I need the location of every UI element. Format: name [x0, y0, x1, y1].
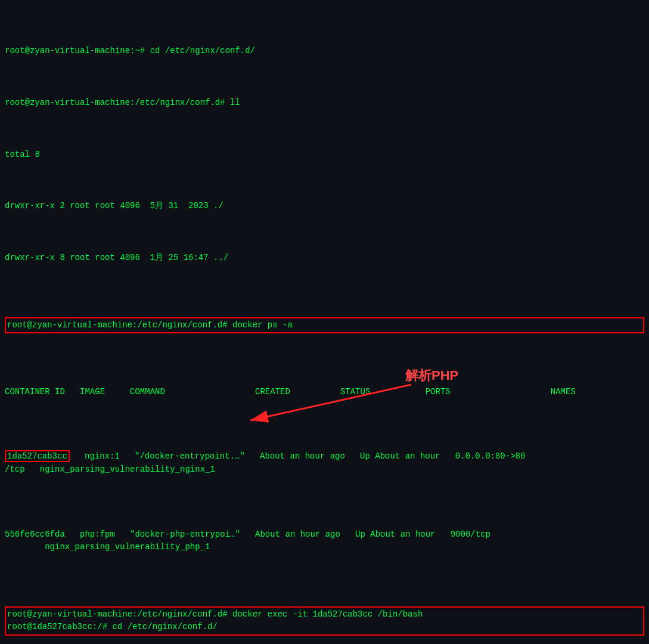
annotation-label: 解析PHP [405, 367, 458, 385]
terminal-line: root@zyan-virtual-machine:/etc/nginx/con… [5, 97, 644, 110]
terminal-line: root@zyan-virtual-machine:~# cd /etc/ngi… [5, 45, 644, 58]
docker-exec-line1: root@zyan-virtual-machine:/etc/nginx/con… [7, 608, 642, 621]
docker-ps-command: root@zyan-virtual-machine:/etc/nginx/con… [5, 317, 644, 334]
annotation-arrow [191, 379, 411, 426]
terminal-line: drwxr-xr-x 8 root root 4096 1月 25 16:47 … [5, 252, 644, 265]
terminal-line: total 8 [5, 148, 644, 162]
container-id-highlight: 1da527cab3cc [5, 450, 70, 462]
container-row-1: 1da527cab3cc nginx:1 "/docker-entrypoint… [5, 450, 644, 476]
container-row-2: 556fe6cc6fda php:fpm "docker-php-entrypo… [5, 528, 644, 554]
terminal-window: root@zyan-virtual-machine:~# cd /etc/ngi… [5, 6, 644, 644]
docker-exec-command: root@zyan-virtual-machine:/etc/nginx/con… [5, 606, 644, 636]
terminal-line: drwxr-xr-x 2 root root 4096 5月 31 2023 .… [5, 200, 644, 213]
docker-exec-line2: root@1da527cab3cc:/# cd /etc/nginx/conf.… [7, 621, 642, 634]
svg-line-1 [250, 385, 411, 420]
